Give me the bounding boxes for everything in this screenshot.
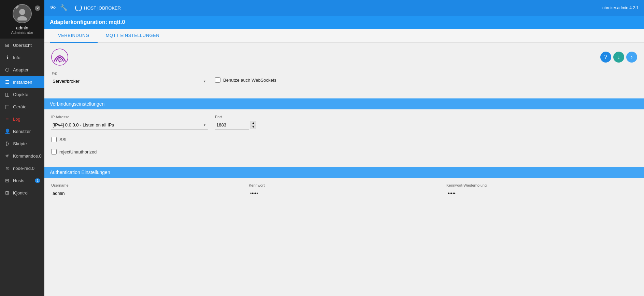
grid2-icon: ⊞ xyxy=(4,190,10,196)
password-input[interactable] xyxy=(249,189,440,198)
adapter-logo-bar: ? ↓ › xyxy=(44,43,644,71)
websocket-row: Benutze auch WebSockets xyxy=(215,76,276,84)
host-iobroker-button[interactable]: HOST IOBROKER xyxy=(72,3,124,13)
wrench-icon[interactable]: 🔧 xyxy=(60,4,68,12)
avatar xyxy=(13,4,32,23)
sidebar-item-label: Objekte xyxy=(13,92,28,97)
sidebar-item-label: Skripte xyxy=(13,141,27,146)
auth-section: Authentication Einstellungen Username Ke… xyxy=(44,167,644,205)
sidebar-item-info[interactable]: ℹ Info xyxy=(0,51,44,64)
sidebar-item-objekte[interactable]: ◫ Objekte xyxy=(0,88,44,100)
port-input-wrapper: ▲ ▼ xyxy=(215,120,256,130)
username-field: Username xyxy=(51,183,242,198)
sidebar-item-ubersicht[interactable]: ⊞ Übersicht xyxy=(0,39,44,51)
adapter-logo-actions: ? ↓ › xyxy=(600,52,637,63)
typ-label: Typ xyxy=(51,71,208,75)
ssl-row: SSL xyxy=(51,135,637,144)
connection-section-header: Verbindungseinstellungen xyxy=(44,98,644,109)
sidebar-item-kommandos[interactable]: ✳ Kommandos.0 xyxy=(0,150,44,162)
sidebar-item-instanzen[interactable]: ☰ Instanzen xyxy=(0,76,44,88)
sidebar-item-label: Geräte xyxy=(13,104,27,109)
username-label: Username xyxy=(51,183,242,187)
websocket-label[interactable]: Benutze auch WebSockets xyxy=(223,78,276,83)
puzzle-icon: ⬡ xyxy=(4,67,10,73)
help-button[interactable]: ? xyxy=(600,52,611,63)
port-group: Port ▲ ▼ xyxy=(215,115,256,130)
grid-icon: ⊞ xyxy=(4,42,10,48)
person-icon: 👤 xyxy=(4,128,10,134)
ip-select[interactable]: [IPv4] 0.0.0.0 - Listen on all IPs xyxy=(51,120,208,130)
adapter-logo xyxy=(51,49,68,66)
sidebar: ✕ admin Administrator ⊞ Übersicht ℹ Info… xyxy=(0,0,44,296)
tab-verbindung[interactable]: VERBINDUNG xyxy=(50,29,98,43)
page-title: Adapterkonfiguration: mqtt.0 xyxy=(44,16,644,29)
auth-grid: Username Kennwort Kennwort-Wiederholung xyxy=(51,183,637,198)
reject-checkbox[interactable] xyxy=(51,149,57,154)
port-down-button[interactable]: ▼ xyxy=(251,125,256,129)
sidebar-item-label: Benutzer xyxy=(13,129,31,134)
password-repeat-label: Kennwort-Wiederholung xyxy=(446,183,637,187)
websocket-checkbox[interactable] xyxy=(215,77,220,83)
auth-form: Username Kennwort Kennwort-Wiederholung xyxy=(44,183,644,205)
sidebar-header: ✕ admin Administrator xyxy=(0,0,44,39)
user-role: Administrator xyxy=(11,30,33,35)
server-icon: ⊟ xyxy=(4,177,10,184)
code-icon: ⟨⟩ xyxy=(4,140,10,147)
reject-row: rejectUnauthorized xyxy=(51,148,637,156)
sidebar-item-log[interactable]: ≡ Log xyxy=(0,113,44,125)
svg-point-3 xyxy=(59,61,61,63)
sidebar-item-label: Hosts xyxy=(13,178,24,183)
host-button-label: HOST IOBROKER xyxy=(84,5,121,11)
flow-icon: ⤮ xyxy=(4,165,10,171)
connection-form: IP Adresse [IPv4] 0.0.0.0 - Listen on al… xyxy=(44,115,644,167)
auth-section-header: Authentication Einstellungen xyxy=(44,167,644,178)
sidebar-item-gerate[interactable]: ⬚ Geräte xyxy=(0,100,44,113)
port-input[interactable] xyxy=(215,120,249,130)
user-name: admin xyxy=(16,25,28,30)
sidebar-item-iqontrol[interactable]: ⊞ iQontrol xyxy=(0,187,44,199)
sidebar-item-label: Info xyxy=(13,55,20,60)
sidebar-item-node-red[interactable]: ⤮ node-red.0 xyxy=(0,162,44,174)
form-section-type: Typ Server/broker Client/subscriber Benu… xyxy=(44,71,644,98)
sidebar-item-skripte[interactable]: ⟨⟩ Skripte xyxy=(0,137,44,150)
download-button[interactable]: ↓ xyxy=(613,52,624,63)
eye-icon[interactable]: 👁 xyxy=(50,4,56,12)
main-content: 👁 🔧 HOST IOBROKER iobroker.admin 4.2.1 A… xyxy=(44,0,644,296)
svg-point-1 xyxy=(17,16,27,21)
ssl-label[interactable]: SSL xyxy=(59,137,68,142)
typ-select[interactable]: Server/broker Client/subscriber xyxy=(51,77,208,86)
port-label: Port xyxy=(215,115,256,119)
sidebar-item-label: Adapter xyxy=(13,67,29,72)
port-spinners: ▲ ▼ xyxy=(251,121,256,129)
username-input[interactable] xyxy=(51,189,242,198)
password-repeat-input[interactable] xyxy=(446,189,637,198)
reject-label[interactable]: rejectUnauthorized xyxy=(59,149,97,154)
sidebar-item-benutzer[interactable]: 👤 Benutzer xyxy=(0,125,44,137)
svg-point-0 xyxy=(19,9,25,15)
password-repeat-field: Kennwort-Wiederholung xyxy=(446,183,637,198)
ssl-checkbox[interactable] xyxy=(51,137,57,142)
sidebar-item-label: Instanzen xyxy=(13,80,32,85)
sidebar-item-label: Übersicht xyxy=(13,43,32,48)
log-icon: ≡ xyxy=(4,116,10,122)
more-button[interactable]: › xyxy=(626,52,637,63)
list-icon: ☰ xyxy=(4,79,10,85)
close-button[interactable]: ✕ xyxy=(35,5,40,11)
topbar: 👁 🔧 HOST IOBROKER iobroker.admin 4.2.1 xyxy=(44,0,644,16)
typ-select-wrapper: Server/broker Client/subscriber xyxy=(51,77,208,86)
tab-mqtt[interactable]: MQTT EINSTELLUNGEN xyxy=(98,29,168,43)
sidebar-item-hosts[interactable]: ⊟ Hosts 1 xyxy=(0,174,44,187)
sidebar-item-label: iQontrol xyxy=(13,190,29,196)
sidebar-item-label: node-red.0 xyxy=(13,166,34,171)
type-group: Typ Server/broker Client/subscriber xyxy=(51,71,208,86)
layers-icon: ◫ xyxy=(4,91,10,97)
terminal-icon: ✳ xyxy=(4,153,10,159)
ip-select-wrapper: [IPv4] 0.0.0.0 - Listen on all IPs xyxy=(51,120,208,130)
ip-label: IP Adresse xyxy=(51,115,208,119)
port-up-button[interactable]: ▲ xyxy=(251,121,256,125)
connection-section: Verbindungseinstellungen IP Adresse [IPv… xyxy=(44,98,644,167)
ip-port-row: IP Adresse [IPv4] 0.0.0.0 - Listen on al… xyxy=(51,115,637,130)
sidebar-item-adapter[interactable]: ⬡ Adapter xyxy=(0,64,44,76)
sidebar-item-label: Log xyxy=(13,117,20,122)
content-area: ? ↓ › Typ Server/broker Client/subscribe… xyxy=(44,43,644,296)
